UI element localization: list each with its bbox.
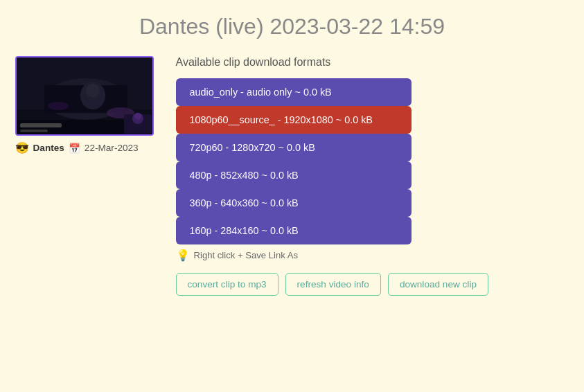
action-row: convert clip to mp3 refresh video info d… bbox=[176, 273, 569, 296]
thumbnail-wrapper bbox=[15, 56, 154, 136]
channel-name: Dantes bbox=[33, 143, 64, 153]
refresh-video-info-button[interactable]: refresh video info bbox=[285, 273, 381, 296]
channel-date-icon: 📅 bbox=[69, 143, 80, 154]
convert-mp3-button[interactable]: convert clip to mp3 bbox=[176, 273, 278, 296]
channel-info: 😎 Dantes 📅 22-Mar-2023 bbox=[15, 141, 139, 154]
format-button-audio_only[interactable]: audio_only - audio only ~ 0.0 kB bbox=[176, 78, 412, 106]
lightbulb-icon: 💡 bbox=[176, 249, 190, 262]
format-button-1080p60_source[interactable]: 1080p60__source_ - 1920x1080 ~ 0.0 kB bbox=[176, 106, 412, 134]
format-buttons-container: audio_only - audio only ~ 0.0 kB1080p60_… bbox=[176, 78, 569, 244]
svg-rect-9 bbox=[20, 123, 62, 127]
format-button-480p[interactable]: 480p - 852x480 ~ 0.0 kB bbox=[176, 161, 412, 189]
main-content: 😎 Dantes 📅 22-Mar-2023 Available clip do… bbox=[15, 56, 569, 296]
channel-emoji-icon: 😎 bbox=[15, 141, 29, 154]
svg-rect-10 bbox=[20, 130, 48, 132]
formats-label: Available clip download formats bbox=[176, 56, 569, 69]
hint-text: Right click + Save Link As bbox=[194, 250, 298, 260]
format-button-360p[interactable]: 360p - 640x360 ~ 0.0 kB bbox=[176, 189, 412, 217]
right-panel: Available clip download formats audio_on… bbox=[176, 56, 569, 296]
page-title: Dantes (live) 2023-03-22 14:59 bbox=[139, 14, 445, 39]
thumbnail-image bbox=[17, 57, 154, 136]
svg-point-13 bbox=[134, 113, 141, 120]
channel-date: 22-Mar-2023 bbox=[85, 143, 139, 153]
hint-row: 💡 Right click + Save Link As bbox=[176, 249, 569, 262]
format-button-160p[interactable]: 160p - 284x160 ~ 0.0 kB bbox=[176, 217, 412, 244]
download-new-clip-button[interactable]: download new clip bbox=[388, 273, 488, 296]
left-panel: 😎 Dantes 📅 22-Mar-2023 bbox=[15, 56, 154, 154]
svg-point-7 bbox=[48, 102, 69, 110]
format-button-720p60[interactable]: 720p60 - 1280x720 ~ 0.0 kB bbox=[176, 134, 412, 161]
svg-point-5 bbox=[86, 84, 100, 98]
